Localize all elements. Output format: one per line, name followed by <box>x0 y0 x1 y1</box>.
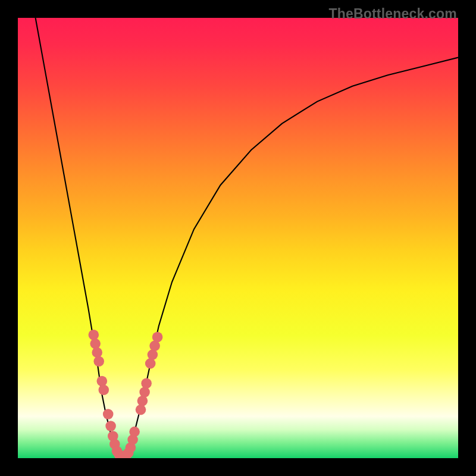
marker-dot <box>93 356 104 367</box>
marker-dot <box>145 358 156 369</box>
marker-dot <box>90 339 101 349</box>
watermark-text: TheBottleneck.com <box>328 6 457 22</box>
marker-dot <box>105 421 116 431</box>
plot-area <box>18 18 458 458</box>
marker-dot <box>92 347 102 358</box>
marker-dot <box>137 396 148 406</box>
right-branch-curve <box>128 58 458 456</box>
marker-dot <box>141 378 152 389</box>
marker-dot <box>103 409 114 419</box>
marker-dot <box>129 427 140 437</box>
marker-dot <box>148 349 158 360</box>
marker-dot <box>99 385 109 396</box>
marker-group <box>89 330 163 458</box>
marker-dot <box>139 387 150 397</box>
curves-svg <box>18 18 458 458</box>
marker-dot <box>89 330 99 340</box>
marker-dot <box>136 405 146 415</box>
marker-dot <box>152 332 163 343</box>
frame: TheBottleneck.com <box>0 0 476 476</box>
marker-dot <box>97 376 108 387</box>
